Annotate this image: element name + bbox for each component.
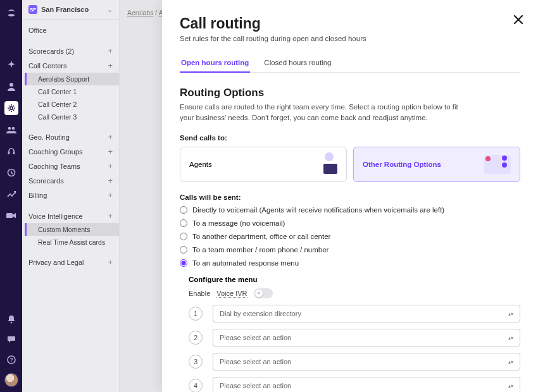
- nav-geo[interactable]: Geo. Routing+: [22, 130, 119, 144]
- settings-sidebar: SF San Francisco ⌄ Office Scorecards (2)…: [22, 0, 120, 392]
- agents-illustration-icon: [311, 155, 337, 174]
- svg-point-1: [9, 107, 12, 109]
- nav-sub-cc1[interactable]: Call Center 1: [25, 85, 119, 98]
- configure-menu: Configure the menu Enable Voice IVR 1 Di…: [189, 276, 520, 392]
- plus-icon[interactable]: +: [108, 162, 113, 170]
- chevron-updown-icon: ▴▾: [508, 359, 513, 365]
- menu-action-select[interactable]: Dial by extension directory▴▾: [213, 305, 520, 322]
- svg-point-3: [11, 127, 15, 130]
- ivr-enable-label: Enable: [189, 290, 210, 297]
- icon-rail: ?: [0, 0, 22, 392]
- chevron-updown-icon: ▴▾: [508, 335, 513, 341]
- plus-icon[interactable]: +: [108, 47, 113, 55]
- menu-action-select[interactable]: Please select an action▴▾: [213, 353, 520, 371]
- team-icon[interactable]: [4, 123, 18, 137]
- nav-scorecards[interactable]: Scorecards+: [22, 173, 119, 188]
- menu-row: 2 Please select an action▴▾: [189, 329, 520, 346]
- menu-action-select[interactable]: Please select an action▴▾: [213, 377, 520, 392]
- radio-message[interactable]: To a message (no voicemail): [180, 219, 520, 227]
- menu-row: 4 Please select an action▴▾: [189, 377, 520, 392]
- routing-illustration-icon: [484, 155, 511, 174]
- nav-sub-custom-moments[interactable]: Custom Moments: [25, 223, 119, 236]
- avatar[interactable]: [4, 373, 18, 387]
- tab-closed-hours[interactable]: Closed hours routing: [263, 54, 332, 72]
- logo-icon[interactable]: [4, 6, 18, 20]
- modal-title: Call routing: [180, 15, 520, 32]
- svg-rect-7: [6, 213, 13, 218]
- radio-voicemail[interactable]: Directly to voicemail (Agents will recei…: [180, 206, 520, 214]
- nav-coaching-teams[interactable]: Caoching Teams+: [22, 159, 119, 173]
- chevron-updown-icon: ▴▾: [508, 311, 513, 317]
- menu-digit: 3: [189, 355, 203, 369]
- nav-billing[interactable]: Billing+: [22, 188, 119, 202]
- send-calls-label: Send calls to:: [180, 134, 520, 142]
- section-desc: Ensure calls are routed to the right tea…: [180, 102, 458, 123]
- svg-rect-4: [8, 152, 9, 154]
- help-icon[interactable]: ?: [4, 353, 18, 367]
- clock-icon[interactable]: [4, 166, 18, 180]
- svg-point-8: [10, 322, 12, 324]
- plus-icon[interactable]: +: [108, 147, 113, 156]
- modal-subtitle: Set rules for the call routing during op…: [180, 35, 520, 42]
- nav-coaching-groups[interactable]: Coaching Groups+: [22, 144, 119, 159]
- svg-text:?: ?: [9, 357, 13, 363]
- nav-voice-intelligence[interactable]: Voice Intelligence+: [22, 209, 119, 223]
- calls-sent-label: Calls will be sent:: [180, 193, 520, 201]
- card-label: Agents: [189, 161, 212, 168]
- section-title: Routing Options: [180, 87, 520, 99]
- nav-sub-rta-cards[interactable]: Real Time Assist cards: [25, 236, 119, 248]
- svg-point-0: [9, 83, 13, 87]
- nav-sub-cc2[interactable]: Call Center 2: [25, 98, 119, 111]
- workspace-switcher[interactable]: SF San Francisco ⌄: [22, 0, 119, 20]
- radio-department[interactable]: To another department, office or call ce…: [180, 233, 520, 240]
- nav-privacy[interactable]: Privacy and Legal+: [22, 255, 119, 269]
- menu-digit: 4: [189, 379, 203, 392]
- configure-title: Configure the menu: [189, 276, 520, 283]
- close-icon[interactable]: [513, 14, 524, 25]
- plus-icon[interactable]: +: [108, 61, 113, 70]
- person-icon[interactable]: [4, 80, 18, 94]
- chart-icon[interactable]: [4, 187, 18, 201]
- ivr-name: Voice IVR: [216, 290, 247, 298]
- menu-digit: 1: [189, 307, 203, 321]
- chevron-down-icon: ⌄: [107, 6, 113, 14]
- tab-open-hours[interactable]: Open hours routing: [180, 54, 250, 73]
- call-routing-modal: Call routing Set rules for the call rout…: [162, 0, 538, 392]
- card-agents[interactable]: Agents: [180, 147, 347, 182]
- nav-scorecards-count[interactable]: Scorecards (2)+: [22, 44, 119, 58]
- chevron-updown-icon: ▴▾: [508, 383, 513, 389]
- gear-icon[interactable]: [4, 101, 18, 115]
- plus-icon[interactable]: +: [108, 176, 113, 185]
- workspace-badge: SF: [28, 5, 37, 14]
- plus-icon[interactable]: +: [108, 258, 113, 266]
- nav-sub-aerolabs[interactable]: Aerolabs Support: [25, 73, 119, 85]
- routing-radio-group: Directly to voicemail (Agents will recei…: [180, 206, 520, 267]
- card-label: Other Routing Options: [363, 161, 441, 168]
- sparkle-icon[interactable]: [4, 58, 18, 72]
- nav-office[interactable]: Office: [22, 23, 119, 37]
- camera-icon[interactable]: [4, 209, 18, 223]
- headset-icon[interactable]: [4, 144, 18, 158]
- svg-rect-5: [13, 152, 15, 154]
- nav-call-centers[interactable]: Call Centers+: [22, 58, 119, 73]
- tabs: Open hours routing Closed hours routing: [180, 54, 520, 73]
- svg-point-2: [8, 127, 11, 130]
- chat-icon[interactable]: [4, 333, 18, 346]
- nav-sub-cc3[interactable]: Call Center 3: [25, 111, 119, 123]
- plus-icon[interactable]: +: [108, 133, 113, 141]
- menu-digit: 2: [189, 331, 203, 345]
- voice-ivr-toggle[interactable]: [254, 288, 273, 298]
- menu-action-select[interactable]: Please select an action▴▾: [213, 329, 520, 346]
- plus-icon[interactable]: +: [108, 191, 113, 199]
- workspace-name: San Francisco: [41, 6, 103, 13]
- radio-team-member[interactable]: To a team member / room phone / number: [180, 246, 520, 254]
- menu-row: 3 Please select an action▴▾: [189, 353, 520, 371]
- radio-automated-menu[interactable]: To an automated response menu: [180, 259, 520, 267]
- bell-icon[interactable]: [4, 312, 18, 326]
- plus-icon[interactable]: +: [108, 212, 113, 220]
- menu-row: 1 Dial by extension directory▴▾: [189, 305, 520, 322]
- card-other-routing[interactable]: Other Routing Options: [353, 147, 520, 182]
